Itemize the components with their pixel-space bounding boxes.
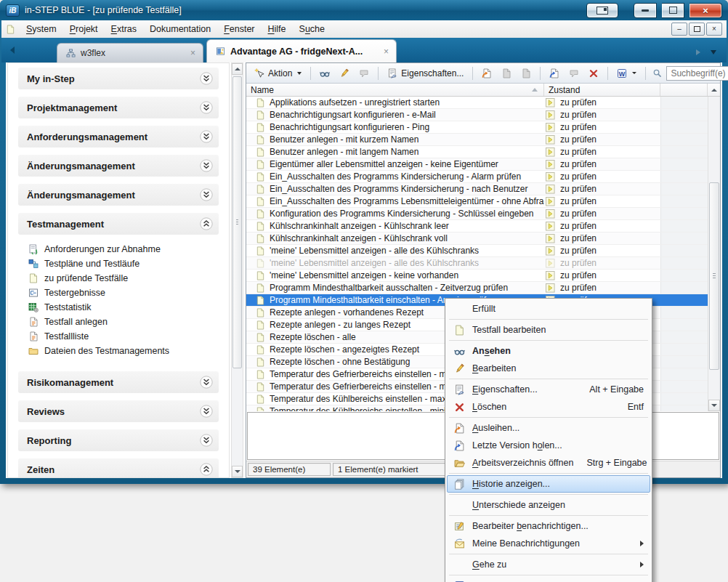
menu-hilfe[interactable]: Hilfe: [262, 22, 293, 36]
context-menu-item-eigenschaften[interactable]: Eigenschaften...Alt + Eingabe: [447, 381, 650, 398]
tab-close-icon[interactable]: ×: [384, 47, 389, 56]
grid-scroll-up-button[interactable]: [708, 84, 720, 96]
sidebar-item-testfallliste[interactable]: Testfallliste: [8, 329, 229, 344]
tab-list-dropdown-icon[interactable]: [711, 50, 716, 54]
scroll-up-button[interactable]: [232, 63, 243, 75]
mdi-restore-button[interactable]: [689, 23, 705, 36]
context-menu-item-unterschiede-anzeigen[interactable]: Unterschiede anzeigen: [447, 496, 650, 514]
tab-scroll-right-icon[interactable]: [696, 49, 700, 55]
menu-fenster[interactable]: Fenster: [217, 22, 261, 36]
tab-close-icon[interactable]: ×: [190, 49, 195, 57]
context-menu-item-erfüllt[interactable]: Erfüllt: [447, 300, 650, 318]
word-button[interactable]: W: [613, 67, 640, 80]
sidebar-section-anforderungsmanagement[interactable]: Anforderungsmanagement: [18, 126, 219, 147]
sidebar-item-testfall-anlegen[interactable]: Testfall anlegen: [8, 315, 229, 329]
chevron-down-icon[interactable]: [200, 434, 213, 447]
sidebar-scrollbar[interactable]: [231, 62, 243, 478]
table-row[interactable]: 'meine' Lebensmittel anzeigen - alle des…: [246, 245, 708, 257]
sidebar-section-testmanagement[interactable]: Testmanagement: [18, 213, 219, 235]
search-icon[interactable]: [652, 68, 662, 78]
minimize-button[interactable]: [634, 3, 657, 18]
table-row[interactable]: Kühlschrankinhalt anzeigen - Kühlschrank…: [246, 220, 708, 233]
menu-projekt[interactable]: Projekt: [63, 22, 105, 36]
sidebar-section-änderungsmanagement[interactable]: Änderungsmanagement: [18, 184, 219, 206]
tab-advantage-ag-fridgenext-a[interactable]: Advantage AG - fridgeNext-A...×: [206, 39, 397, 62]
context-menu-item-letzte-version-holen[interactable]: Letzte Version holen...: [447, 437, 650, 454]
view-button[interactable]: [316, 67, 333, 80]
close-button[interactable]: ×: [689, 3, 722, 18]
sidebar-item-testergebnisse[interactable]: Testergebnisse: [8, 286, 229, 300]
table-row[interactable]: Ein_Ausschalten des Programms Kindersich…: [246, 171, 708, 183]
sidebar-item-testpläne-und-testläufe[interactable]: Testpläne und Testläufe: [8, 256, 229, 271]
chevron-down-icon[interactable]: [200, 101, 213, 114]
table-row[interactable]: Programm Mindesthaltbarkeit ausschalten …: [246, 282, 708, 294]
context-menu-item-ansehen[interactable]: Ansehen: [447, 342, 650, 360]
context-menu-item-historie-anzeigen[interactable]: Historie anzeigen...: [447, 475, 650, 493]
menu-dokumentation[interactable]: Dokumentation: [143, 22, 217, 36]
menu-extras[interactable]: Extras: [105, 22, 143, 36]
sidebar-section-risikomanagement[interactable]: Risikomanagement: [18, 371, 219, 393]
context-menu-item-löschen[interactable]: LöschenEntf: [447, 398, 650, 416]
chevron-down-icon[interactable]: [200, 130, 213, 143]
properties-button[interactable]: Eigenschaften...: [384, 67, 467, 80]
sidebar-section-reviews[interactable]: Reviews: [18, 400, 219, 422]
chevron-down-icon[interactable]: [200, 159, 213, 172]
context-menu-item-in-ms-word-darstellen[interactable]: WIn MS Word darstellen: [447, 577, 650, 582]
menu-suche[interactable]: Suche: [293, 22, 331, 36]
context-menu-item-meine-benachrichtigungen[interactable]: Meine Benachrichtigungen: [447, 535, 650, 552]
search-input[interactable]: [666, 66, 728, 81]
chevron-down-icon[interactable]: [200, 405, 213, 418]
chevron-down-icon[interactable]: [200, 376, 213, 389]
table-row[interactable]: Applikations aufsetzen - unregistriert s…: [246, 97, 708, 109]
window-preview-button[interactable]: [586, 3, 618, 18]
table-row[interactable]: Benachrichtigungsart konfigurieren - e-M…: [246, 109, 708, 121]
sidebar-item-teststatistik[interactable]: Teststatistik: [8, 300, 229, 315]
chevron-up-icon[interactable]: [200, 217, 213, 230]
tab-w3flex[interactable]: w3flex×: [57, 43, 203, 62]
context-menu-item-bearbeiten[interactable]: Bearbeiten: [447, 360, 650, 377]
sidebar-section-projektmanagement[interactable]: Projektmanagement: [18, 97, 219, 118]
edit-button[interactable]: [336, 67, 353, 80]
menu-system[interactable]: System: [20, 22, 63, 36]
table-row[interactable]: 'meine' Lebensmittel anzeigen - alle des…: [246, 257, 708, 270]
get-version-button[interactable]: [546, 67, 563, 80]
scrollbar-thumb[interactable]: [232, 76, 242, 368]
mdi-minimize-button[interactable]: –: [671, 23, 687, 36]
chevron-down-icon[interactable]: [200, 72, 213, 85]
chevron-up-icon[interactable]: [200, 463, 213, 476]
action-button[interactable]: Aktion: [251, 67, 305, 80]
mdi-close-button[interactable]: ×: [706, 23, 722, 36]
grid-scrollbar-thumb[interactable]: [709, 182, 719, 370]
table-row[interactable]: Ein_Ausschalten des Programms Lebensmitt…: [246, 195, 708, 208]
chevron-down-icon[interactable]: [200, 188, 213, 201]
table-row[interactable]: Ein_Ausschalten des Programms Kindersich…: [246, 183, 708, 195]
table-row[interactable]: Konfiguration des Programms Kindersicher…: [246, 208, 708, 220]
sidebar-item-zu-prüfende-testfälle[interactable]: zu prüfende Testfälle: [8, 271, 229, 286]
column-header-name[interactable]: Name: [246, 84, 544, 96]
sidebar-section-my-in-step[interactable]: My in-Step: [18, 68, 219, 89]
sidebar-section-änderungsmanagement[interactable]: Änderungsmanagement: [18, 155, 219, 177]
sidebar-section-zeiten[interactable]: Zeiten: [18, 458, 219, 478]
column-header-state[interactable]: Zustand: [544, 84, 660, 96]
scroll-down-button[interactable]: [232, 466, 243, 477]
context-menu-item-testfall-bearbeiten[interactable]: Testfall bearbeiten: [447, 321, 650, 339]
sidebar-item-dateien-des-testmanagements[interactable]: Dateien des Testmanagements: [8, 344, 229, 358]
context-menu-item-ausleihen[interactable]: Ausleihen...: [447, 419, 650, 437]
table-row[interactable]: Benutzer anlegen - mit kurzem Namenzu pr…: [246, 134, 708, 146]
grid-scroll-down-button[interactable]: [708, 400, 720, 411]
sidebar-section-reporting[interactable]: Reporting: [18, 429, 219, 451]
context-menu-item-gehe-zu[interactable]: Gehe zu: [447, 556, 650, 573]
sidebar-item-anforderungen-zur-abnahme[interactable]: Anforderungen zur Abnahme: [8, 242, 229, 256]
sidebar-item-label: Testpläne und Testläufe: [44, 259, 139, 269]
table-row[interactable]: Eigentümer aller Lebensmittel anzeigen -…: [246, 158, 708, 171]
context-menu-item-bearbeiter-benachrichtigen[interactable]: Bearbeiter benachrichtigen...: [447, 517, 650, 535]
checkout-button[interactable]: [478, 67, 496, 80]
table-row[interactable]: 'meine' Lebensmittel anzeigen - keine vo…: [246, 270, 708, 282]
grid-scrollbar[interactable]: [708, 97, 720, 411]
context-menu-item-arbeitsverzeichnis-öffnen[interactable]: Arbeitsverzeichnis öffnenStrg + Eingabe: [447, 454, 650, 472]
delete-button[interactable]: [585, 67, 602, 80]
table-row[interactable]: Kühlschrankinhalt anzeigen - Kühlschrank…: [246, 233, 708, 245]
restore-button[interactable]: [662, 3, 684, 18]
table-row[interactable]: Benutzer anlegen - mit langem Namenzu pr…: [246, 146, 708, 158]
table-row[interactable]: Benachrichtigungsart konfigurieren - Pin…: [246, 121, 708, 134]
